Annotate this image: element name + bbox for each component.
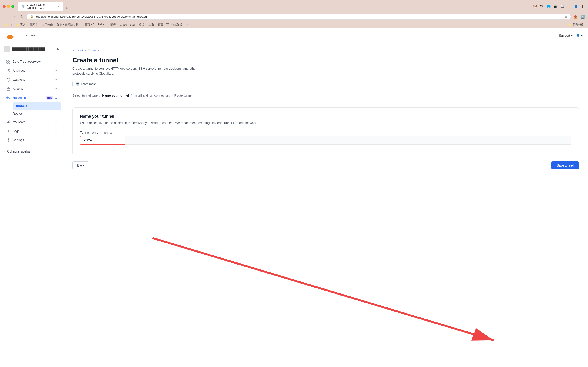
close-traffic-light[interactable] (3, 5, 6, 8)
annotation-arrow (63, 43, 588, 367)
tunnel-name-input[interactable] (80, 136, 125, 145)
bookmark-label: PT (9, 23, 12, 26)
step-route-tunnel: Route tunnel (174, 94, 192, 97)
cf-logo: CLOUDFLARE (5, 31, 36, 40)
forward-button[interactable]: → (11, 14, 17, 19)
back-to-tunnels-link[interactable]: ← Back to Tunnels (72, 48, 99, 52)
overflow-menu-icon[interactable]: ⋮ (580, 4, 585, 9)
shield-icon[interactable]: 🛡 (539, 4, 545, 9)
account-avatar[interactable]: 👤 (573, 4, 579, 9)
all-bookmarks[interactable]: 📁 所有书签 (567, 22, 585, 27)
maximize-traffic-light[interactable] (11, 5, 14, 8)
bookmark-toutiao[interactable]: 今日头条 (40, 22, 55, 27)
screenshot-icon[interactable]: 📷 (553, 4, 558, 9)
learn-more-icon: 🖥️ (76, 82, 79, 86)
sidebar-item-label-analytics: Analytics (13, 69, 53, 72)
step-sep-3: / (172, 94, 173, 97)
user-icon: 👤 (576, 34, 580, 37)
sidebar-expand-icon[interactable]: ▶ (57, 47, 60, 51)
learn-more-button[interactable]: 🖥️ Learn more (72, 81, 99, 87)
bookmark-label6: 首页 - Chiphell -... (85, 23, 106, 26)
sidebar-item-logs[interactable]: Logs ▾ (2, 127, 61, 135)
sidebar-item-my-team[interactable]: My Team ▾ (2, 118, 61, 126)
sidebar-nav: Zero Trust overview Analytics ▾ Gateway (0, 55, 63, 147)
translate-icon[interactable]: 🌐 (546, 4, 551, 9)
save-tunnel-button[interactable]: Save tunnel (551, 161, 579, 169)
gateway-chevron-icon: ▾ (55, 78, 57, 81)
cloudflare-logo-icon (5, 31, 15, 40)
extension-icon[interactable]: 🐶 (532, 4, 538, 9)
bookmark-label2: 工具 (20, 23, 26, 26)
bookmark-baidu[interactable]: 百度一下，你就知道 (156, 22, 184, 27)
translate2-icon[interactable]: 🈳 (580, 14, 585, 19)
bookmark-forum[interactable]: 论坛 (137, 22, 146, 27)
bookmark-zhihu[interactable]: 知乎 - 有问题，就... (55, 22, 82, 27)
sidebar-item-access[interactable]: Access ▾ (2, 84, 61, 93)
sidebar-item-routes[interactable]: Routes (13, 110, 61, 117)
bookmark-pt[interactable]: 📁 PT (3, 23, 14, 27)
shield-nav-icon (6, 78, 10, 82)
svg-point-22 (8, 140, 9, 141)
network-icon (6, 96, 10, 100)
gear-icon (6, 138, 10, 142)
minimize-traffic-light[interactable] (7, 5, 10, 8)
active-tab[interactable]: 🛡️ Create a tunnel - Cloudflare C... ✕ (18, 2, 63, 11)
bookmark-tools[interactable]: 📁 工具 (14, 22, 27, 27)
svg-rect-12 (9, 97, 10, 98)
svg-rect-5 (7, 60, 8, 61)
page-title: Create a tunnel (72, 57, 579, 64)
bookmark-label4: 今日头条 (42, 23, 53, 26)
file-icon (6, 129, 10, 133)
step-name-your-tunnel: Name your tunnel (102, 94, 129, 97)
step-sep-2: / (131, 94, 132, 97)
sidebar: ████████ ███ ████'... ▶ Zero Trust overv… (0, 43, 63, 367)
sidebar-item-tunnels[interactable]: Tunnels (13, 102, 61, 110)
bookmark-label10: 购物 (148, 23, 154, 26)
sidebar-item-label-networks: Networks (13, 96, 43, 100)
support-label: Support (559, 34, 570, 37)
url-text: one.dash.cloudflare.com/3355415ff140f230… (35, 15, 563, 18)
tab-close-icon[interactable]: ✕ (58, 5, 60, 8)
support-button[interactable]: Support ▾ (559, 34, 573, 37)
cast-icon[interactable]: 📤 (573, 14, 578, 19)
page-description: Create a tunnel to connect HTTP web serv… (72, 66, 579, 76)
sidebar-item-label-gateway: Gateway (13, 78, 53, 82)
bookmark-folder-icon: 📁 (5, 23, 8, 26)
bookmark-baijia[interactable]: 百家号 (28, 22, 40, 27)
bookmark-translate[interactable]: 翻译 (109, 22, 118, 27)
form-card-title: Name your tunnel (80, 114, 571, 119)
user-menu-button[interactable]: 👤 ▾ (576, 34, 583, 37)
bookmark-cloud-install[interactable]: Cloud Install (118, 23, 137, 27)
bookmark-shop[interactable]: 购物 (147, 22, 156, 27)
browser-toolbar-actions: 🐶 🛡 🌐 📷 🔲 ⋮ 👤 ⋮ (532, 4, 585, 9)
bookmark-chiphell[interactable]: 首页 - Chiphell -... (83, 22, 108, 27)
action-row: Back Save tunnel (72, 161, 579, 169)
svg-rect-13 (8, 96, 9, 97)
sidebar-item-label-settings: Settings (13, 138, 57, 142)
logs-chevron-icon: ▾ (55, 129, 57, 133)
new-tab-button[interactable]: + (64, 6, 69, 11)
main-layout: ████████ ███ ████'... ▶ Zero Trust overv… (0, 43, 588, 367)
reload-button[interactable]: ↻ (19, 14, 25, 19)
sidebar-item-networks[interactable]: Networks New ▴ (2, 93, 61, 102)
sidebar-item-analytics[interactable]: Analytics ▾ (2, 66, 61, 75)
collapse-sidebar-button[interactable]: « Collapse sidebar (4, 150, 60, 153)
bookmark-icon[interactable]: ☆ (565, 15, 567, 18)
back-button-action[interactable]: Back (72, 161, 89, 169)
menu-icon[interactable]: ⋮ (566, 4, 572, 9)
tunnel-name-input-extension[interactable] (125, 136, 571, 145)
step-sep-1: / (99, 94, 100, 97)
account-icon (4, 46, 10, 52)
sidebar-item-zero-trust[interactable]: Zero Trust overview (2, 57, 61, 66)
more-bookmarks[interactable]: » (185, 23, 190, 27)
cf-logo-text: CLOUDFLARE (17, 34, 36, 37)
back-button[interactable]: ← (3, 14, 9, 19)
sidebar-item-settings[interactable]: Settings (2, 136, 61, 144)
routes-label: Routes (13, 112, 23, 115)
address-bar[interactable]: 🔒 one.dash.cloudflare.com/3355415ff140f2… (26, 14, 571, 20)
sidebar-item-gateway[interactable]: Gateway ▾ (2, 75, 61, 84)
collapse-label: Collapse sidebar (7, 150, 31, 153)
all-bookmarks-folder-icon: 📁 (569, 23, 572, 26)
svg-rect-4 (7, 37, 13, 38)
extension2-icon[interactable]: 🔲 (560, 4, 565, 9)
